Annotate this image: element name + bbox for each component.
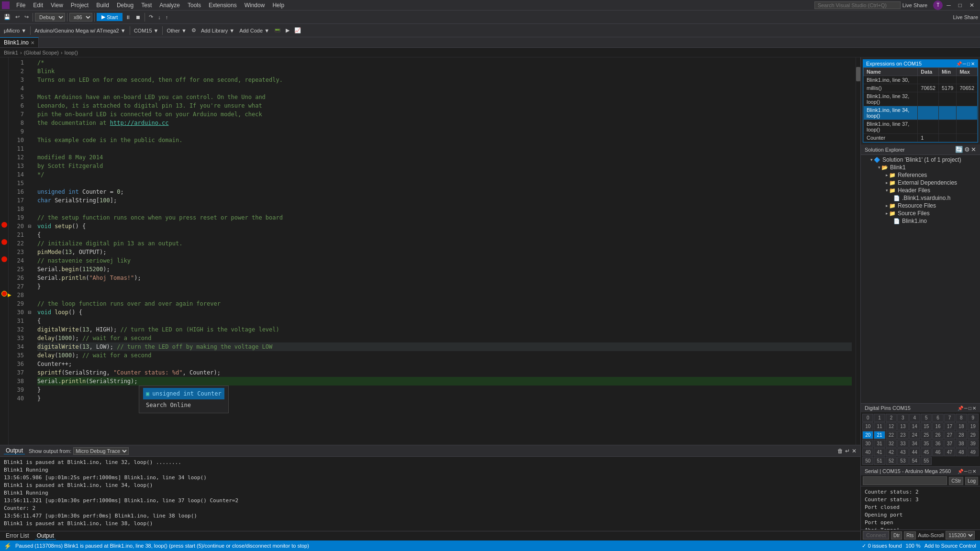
pin-10[interactable]: 10 bbox=[862, 422, 873, 430]
tooltip-search-online[interactable]: Search Online bbox=[143, 399, 224, 411]
serial-send-cstr[interactable]: CStr bbox=[949, 477, 963, 485]
pin-2[interactable]: 2 bbox=[886, 414, 897, 422]
pin-52[interactable]: 52 bbox=[886, 457, 897, 465]
window-restore[interactable]: □ bbox=[955, 0, 966, 10]
toolbar-pause[interactable]: ⏸ bbox=[123, 13, 133, 21]
output-close-btn[interactable]: ✕ bbox=[852, 448, 857, 454]
pin-50[interactable]: 50 bbox=[862, 457, 873, 465]
pin-26[interactable]: 26 bbox=[932, 431, 943, 439]
serial-dtr-btn[interactable]: Dtr bbox=[891, 531, 902, 540]
debug-mode-select[interactable]: Debug bbox=[35, 13, 65, 22]
tree-blink1[interactable]: ▾ 📂 Blink1 bbox=[861, 164, 980, 171]
start-button[interactable]: ▶ Start bbox=[97, 13, 122, 21]
pin-15[interactable]: 15 bbox=[921, 422, 932, 430]
menu-extensions[interactable]: Extensions bbox=[205, 0, 241, 10]
menu-analyze[interactable]: Analyze bbox=[156, 0, 184, 10]
pins-minimize-btn[interactable]: ─ bbox=[964, 406, 968, 411]
arch-select[interactable]: x86 bbox=[69, 13, 92, 22]
breadcrumb-file[interactable]: Blink1 bbox=[4, 50, 18, 55]
pin-12[interactable]: 12 bbox=[886, 422, 897, 430]
serial-monitor-btn[interactable]: 📟 bbox=[272, 26, 283, 34]
menu-tools[interactable]: Tools bbox=[184, 0, 205, 10]
pin-51[interactable]: 51 bbox=[874, 457, 885, 465]
expr-pin-btn[interactable]: 📌 bbox=[956, 61, 962, 66]
serial-plotter-btn[interactable]: 📈 bbox=[292, 26, 303, 34]
pin-13[interactable]: 13 bbox=[897, 422, 908, 430]
expr-row-4[interactable]: Blink1.ino, line 37, loop() bbox=[864, 120, 978, 134]
other-btn[interactable]: Other ▼ bbox=[165, 27, 188, 34]
breakpoint-30[interactable] bbox=[1, 222, 7, 228]
pin-36[interactable]: 36 bbox=[932, 440, 943, 448]
output-content[interactable]: Blink1 is paused at Blink1.ino, line 32,… bbox=[0, 457, 860, 531]
expr-row-3[interactable]: Blink1.ino, line 34, loop() bbox=[864, 106, 978, 120]
pin-35[interactable]: 35 bbox=[921, 440, 932, 448]
pin-3[interactable]: 3 bbox=[897, 414, 908, 422]
pin-20[interactable]: 20 bbox=[862, 431, 873, 439]
expr-row-5[interactable]: Counter 1 bbox=[864, 134, 978, 142]
pin-8[interactable]: 8 bbox=[956, 414, 967, 422]
pin-17[interactable]: 17 bbox=[944, 422, 955, 430]
pin-24[interactable]: 24 bbox=[909, 431, 920, 439]
pin-18[interactable]: 18 bbox=[956, 422, 967, 430]
menu-file[interactable]: File bbox=[12, 0, 29, 10]
menu-help[interactable]: Help bbox=[268, 0, 288, 10]
tree-source-files[interactable]: ▸ 📁 Source Files bbox=[861, 209, 980, 217]
pin-7[interactable]: 7 bbox=[944, 414, 955, 422]
expr-close-btn[interactable]: ✕ bbox=[971, 61, 975, 66]
add-to-source-control[interactable]: Add to Source Control bbox=[924, 543, 976, 549]
serial-connect-btn[interactable]: Connect bbox=[863, 531, 889, 540]
tree-blink1-ino[interactable]: 📄 Blink1.ino bbox=[861, 217, 980, 225]
pin-5[interactable]: 5 bbox=[921, 414, 932, 422]
window-minimize[interactable]: ─ bbox=[943, 0, 955, 10]
tab-output-bottom[interactable]: Output bbox=[35, 532, 56, 540]
tree-resource-files[interactable]: ▸ 📁 Resource Files bbox=[861, 202, 980, 209]
tab-output[interactable]: Output bbox=[4, 447, 25, 454]
pin-34[interactable]: 34 bbox=[909, 440, 920, 448]
pin-1[interactable]: 1 bbox=[874, 414, 885, 422]
breakpoint-gutter[interactable]: ▶ bbox=[0, 57, 9, 445]
pins-pin-btn[interactable]: 📌 bbox=[958, 406, 963, 411]
pins-maximize-btn[interactable]: □ bbox=[969, 406, 971, 411]
toolbar-undo[interactable]: ↩ bbox=[13, 13, 22, 21]
pin-48[interactable]: 48 bbox=[956, 448, 967, 456]
solution-close-btn[interactable]: ✕ bbox=[971, 146, 976, 153]
window-close[interactable]: ✕ bbox=[966, 0, 978, 10]
tooltip-item-type[interactable]: ▣ unsigned int Counter bbox=[143, 388, 224, 399]
pin-11[interactable]: 11 bbox=[874, 422, 885, 430]
pin-53[interactable]: 53 bbox=[897, 457, 908, 465]
baud-rate-select[interactable]: 115200 bbox=[946, 531, 975, 540]
pin-47[interactable]: 47 bbox=[944, 448, 955, 456]
pin-22[interactable]: 22 bbox=[886, 431, 897, 439]
pin-31[interactable]: 31 bbox=[874, 440, 885, 448]
expr-row-2[interactable]: Blink1.ino, line 32, loop() bbox=[864, 92, 978, 106]
pin-45[interactable]: 45 bbox=[921, 448, 932, 456]
menu-view[interactable]: View bbox=[47, 0, 67, 10]
pin-41[interactable]: 41 bbox=[874, 448, 885, 456]
solution-props-btn[interactable]: ⚙ bbox=[964, 146, 970, 153]
pin-55[interactable]: 55 bbox=[921, 457, 932, 465]
pin-29[interactable]: 29 bbox=[968, 431, 979, 439]
output-clear-btn[interactable]: 🗑 bbox=[837, 448, 843, 454]
serial-log-btn[interactable]: Log bbox=[965, 477, 978, 485]
expr-row-0[interactable]: Blink1.ino, line 30, bbox=[864, 76, 978, 84]
menu-window[interactable]: Window bbox=[241, 0, 269, 10]
pin-16[interactable]: 16 bbox=[932, 422, 943, 430]
pin-37[interactable]: 37 bbox=[944, 440, 955, 448]
tree-header-files[interactable]: ▾ 📁 Header Files bbox=[861, 187, 980, 194]
pin-28[interactable]: 28 bbox=[956, 431, 967, 439]
pin-42[interactable]: 42 bbox=[886, 448, 897, 456]
pin-25[interactable]: 25 bbox=[921, 431, 932, 439]
output-source-select[interactable]: Micro Debug Trace bbox=[73, 447, 129, 455]
tree-solution[interactable]: ▾ 🔷 Solution 'Blink1' (1 of 1 project) bbox=[861, 156, 980, 164]
serial-minimize-btn[interactable]: ─ bbox=[964, 469, 968, 474]
port-select[interactable]: COM15 ▼ bbox=[132, 27, 161, 34]
expr-maximize-btn[interactable]: □ bbox=[967, 61, 970, 66]
tree-external-deps[interactable]: ▸ 📁 External Dependencies bbox=[861, 179, 980, 187]
code-content[interactable]: /* Blink Turns on an LED on for one seco… bbox=[33, 57, 856, 445]
tree-references[interactable]: ▸ 📁 References bbox=[861, 171, 980, 179]
project-select[interactable]: μMicro ▼ bbox=[2, 27, 28, 34]
breakpoint-38-arrow[interactable] bbox=[1, 291, 7, 297]
pin-21[interactable]: 21 bbox=[874, 431, 885, 439]
live-share-label[interactable]: Live Share bbox=[953, 14, 978, 20]
output-wrap-btn[interactable]: ↵ bbox=[845, 448, 850, 454]
